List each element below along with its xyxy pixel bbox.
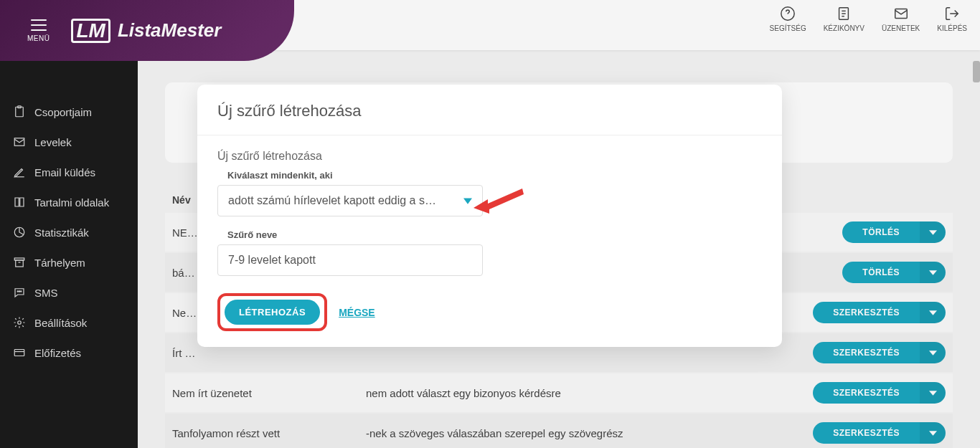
create-button-highlight: LÉTREHOZÁS [217, 293, 327, 331]
modal-footer: LÉTREHOZÁS MÉGSE [197, 293, 782, 347]
modal-body: Új szűrő létrehozása Kiválaszt mindenkit… [197, 135, 782, 293]
filter-name-input[interactable] [217, 244, 483, 276]
name-label: Szűrő neve [227, 229, 762, 240]
modal-subtitle: Új szűrő létrehozása [217, 150, 762, 163]
create-filter-modal: Új szűrő létrehozása Új szűrő létrehozás… [197, 85, 782, 347]
svg-marker-26 [463, 198, 472, 204]
modal-title: Új szűrő létrehozása [217, 102, 762, 120]
create-button[interactable]: LÉTREHOZÁS [225, 300, 320, 325]
cancel-button[interactable]: MÉGSE [339, 307, 375, 318]
select-value: adott számú hírlevelet kapott eddig a s… [228, 194, 436, 207]
filter-type-select[interactable]: adott számú hírlevelet kapott eddig a s… [217, 185, 483, 216]
modal-header: Új szűrő létrehozása [197, 85, 782, 135]
chevron-down-icon [463, 196, 472, 205]
select-label: Kiválaszt mindenkit, aki [227, 170, 762, 181]
